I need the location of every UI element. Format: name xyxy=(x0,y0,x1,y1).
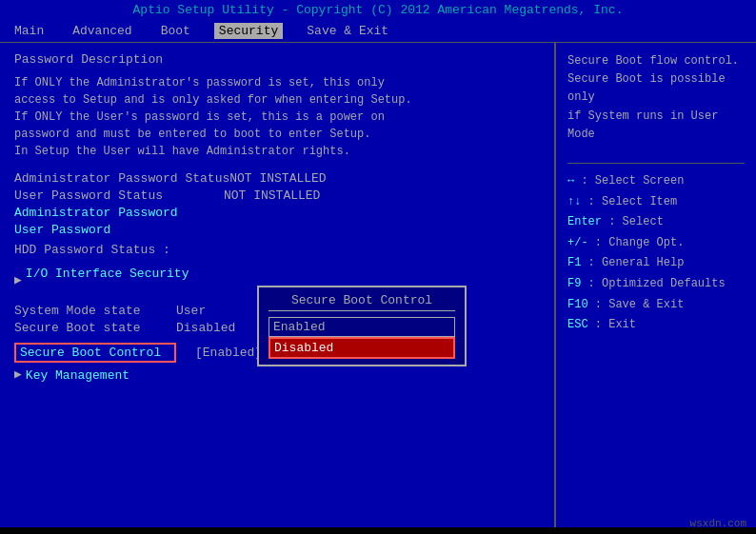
password-desc-line-1: If ONLY the Administrator's password is … xyxy=(14,74,540,91)
key-management-link[interactable]: Key Management xyxy=(26,368,129,383)
key-change-opt: +/- : Change Opt. xyxy=(567,233,745,254)
popup-title: Secure Boot Control xyxy=(269,293,455,311)
key-arrows-ud: ↑↓ xyxy=(567,195,581,208)
user-password-status-value: NOT INSTALLED xyxy=(224,188,320,203)
secure-boot-state-value: Disabled xyxy=(176,321,235,335)
help-line-3: if System runs in User Mode xyxy=(567,108,745,144)
password-desc-line-3: If ONLY the User's password is set, this… xyxy=(14,109,540,126)
secure-boot-dropdown: Secure Boot Control Enabled Disabled xyxy=(257,286,467,366)
io-interface-link[interactable]: I/O Interface Security xyxy=(26,267,189,281)
key-select-screen-desc: : Select Screen xyxy=(581,174,684,188)
admin-password-status-label: Administrator Password Status xyxy=(14,171,229,186)
admin-password-link[interactable]: Administrator Password xyxy=(14,206,540,220)
key-management-row: ▶ Key Management xyxy=(14,366,540,383)
divider xyxy=(567,163,745,164)
password-desc-line-2: access to Setup and is only asked for wh… xyxy=(14,91,540,109)
help-line-2: Secure Boot is possible only xyxy=(567,70,745,107)
key-f10-code: F10 xyxy=(567,298,595,311)
password-description: If ONLY the Administrator's password is … xyxy=(14,74,540,160)
admin-password-status-row: Administrator Password Status NOT INSTAL… xyxy=(14,171,540,186)
dropdown-option-enabled[interactable]: Enabled xyxy=(269,317,455,337)
key-arrows-lr: ↔ xyxy=(567,174,581,188)
key-esc-code: ESC xyxy=(567,318,595,331)
menu-item-boot[interactable]: Boot xyxy=(156,23,195,39)
footer-watermark: wsxdn.com xyxy=(690,518,746,529)
help-line-1: Secure Boot flow control. xyxy=(567,52,745,70)
secure-boot-state-label: Secure Boot state xyxy=(14,321,176,335)
io-arrow-icon: ▶ xyxy=(14,272,22,287)
title-bar: Aptio Setup Utility - Copyright (C) 2012… xyxy=(0,0,756,20)
password-desc-line-4: password and must be entered to boot to … xyxy=(14,126,540,143)
left-panel: Password Description If ONLY the Adminis… xyxy=(0,43,556,527)
key-enter-desc: : Select xyxy=(608,215,664,228)
key-f1: F1 : General Help xyxy=(567,253,745,274)
key-select-screen: ↔ : Select Screen xyxy=(567,171,745,192)
key-esc-desc: : Exit xyxy=(595,318,636,331)
key-f9-desc: : Optimized Defaults xyxy=(588,277,726,290)
title-text: Aptio Setup Utility - Copyright (C) 2012… xyxy=(133,3,624,17)
hdd-password-status: HDD Password Status : xyxy=(14,243,540,257)
user-password-link[interactable]: User Password xyxy=(14,223,540,237)
key-f1-code: F1 xyxy=(567,256,588,269)
key-mgmt-arrow-icon: ▶ xyxy=(14,366,22,382)
key-help-section: ↔ : Select Screen ↑↓ : Select Item Enter… xyxy=(567,171,745,336)
user-password-status-label: User Password Status xyxy=(14,188,224,203)
menu-item-security[interactable]: Security xyxy=(214,23,283,39)
key-enter-code: Enter xyxy=(567,215,602,228)
dropdown-option-disabled[interactable]: Disabled xyxy=(269,337,455,359)
key-f1-desc: : General Help xyxy=(588,256,685,269)
password-desc-line-5: In Setup the User will have Administrato… xyxy=(14,143,540,160)
system-mode-label: System Mode state xyxy=(14,304,176,318)
menu-item-main[interactable]: Main xyxy=(10,23,49,39)
key-change-opt-desc: : Change Opt. xyxy=(595,236,685,249)
help-text: Secure Boot flow control. Secure Boot is… xyxy=(567,52,745,144)
key-f9-code: F9 xyxy=(567,277,588,290)
system-mode-value: User xyxy=(176,304,206,318)
right-panel: Secure Boot flow control. Secure Boot is… xyxy=(556,43,756,527)
key-f10: F10 : Save & Exit xyxy=(567,295,745,316)
user-password-status-row: User Password Status NOT INSTALLED xyxy=(14,188,540,203)
key-select-item: ↑↓ : Select Item xyxy=(567,192,745,213)
secure-boot-control-label[interactable]: Secure Boot Control xyxy=(14,343,176,363)
menu-bar: Main Advanced Boot Security Save & Exit xyxy=(0,20,756,43)
admin-password-status-value: NOT INSTALLED xyxy=(229,171,326,186)
menu-item-save-exit[interactable]: Save & Exit xyxy=(302,23,393,39)
secure-boot-control-value: [Enabled] xyxy=(195,346,262,360)
key-select-item-desc: : Select Item xyxy=(588,195,678,208)
key-f10-desc: : Save & Exit xyxy=(595,298,685,311)
key-f9: F9 : Optimized Defaults xyxy=(567,274,745,295)
key-enter: Enter : Select xyxy=(567,212,745,233)
password-desc-title: Password Description xyxy=(14,52,540,67)
menu-item-advanced[interactable]: Advanced xyxy=(68,23,136,39)
main-layout: Password Description If ONLY the Adminis… xyxy=(0,43,756,527)
key-esc: ESC : Exit xyxy=(567,315,745,336)
key-plusminus: +/- xyxy=(567,236,595,249)
watermark-text: wsxdn.com xyxy=(690,518,746,529)
